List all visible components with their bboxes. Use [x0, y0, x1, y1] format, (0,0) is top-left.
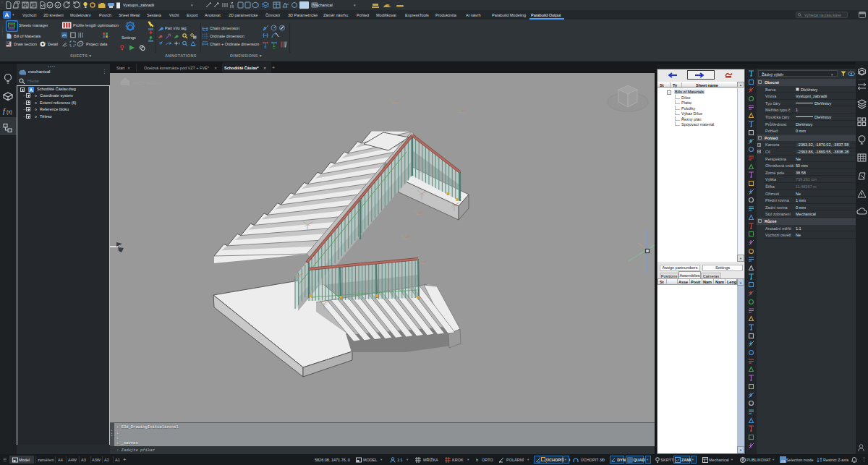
svg-text:(x): (x)	[7, 109, 12, 115]
svg-text:f: f	[3, 107, 6, 115]
svg-text:ZAČÍT kreslení: ZAČÍT kreslení	[132, 81, 161, 85]
